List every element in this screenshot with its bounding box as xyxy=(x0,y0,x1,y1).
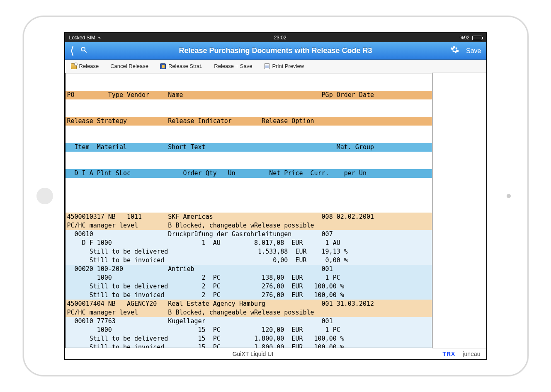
battery-percent: %92 xyxy=(459,35,469,41)
list-row[interactable]: D F 1000 1 AU 8.017,08 EUR 1 AU xyxy=(66,239,432,247)
print-icon xyxy=(264,63,270,69)
list-row[interactable]: Still to be invoiced 2 PC 276,00 EUR 100… xyxy=(66,291,432,300)
list-row[interactable]: Still to be invoiced 0,00 EUR 0,00 % xyxy=(66,256,432,265)
release-strat-button[interactable]: Release Strat. xyxy=(160,63,202,69)
list-row[interactable]: 00020 100-200 Antrieb 001 xyxy=(66,265,432,273)
release-save-button[interactable]: Release + Save xyxy=(214,63,252,69)
device-screen: Locked SIM ⌁ 23:02 %92 ⟨ Release Purchas… xyxy=(64,32,487,360)
unlock-icon xyxy=(71,63,77,69)
strategy-icon xyxy=(160,63,166,69)
cancel-release-button[interactable]: Cancel Release xyxy=(110,63,148,69)
app-name: GuiXT Liquid UI xyxy=(71,351,435,357)
print-preview-label: Print Preview xyxy=(272,63,304,69)
status-bar: Locked SIM ⌁ 23:02 %92 xyxy=(65,33,486,42)
svg-line-1 xyxy=(85,51,87,53)
wifi-icon: ⌁ xyxy=(98,35,101,41)
tablet-frame: Locked SIM ⌁ 23:02 %92 ⟨ Release Purchas… xyxy=(23,16,529,376)
gear-icon[interactable] xyxy=(450,45,459,57)
list-row[interactable]: Still to be delivered 15 PC 1.800,00 EUR… xyxy=(66,334,432,343)
save-button[interactable]: Save xyxy=(466,47,481,55)
host-label: juneau xyxy=(463,351,480,357)
svg-point-0 xyxy=(81,47,85,51)
trx-button[interactable]: TRX xyxy=(442,351,455,357)
footer-bar: GuiXT Liquid UI TRX juneau xyxy=(65,348,486,359)
list-row[interactable]: PC/HC manager level B Blocked, changeabl… xyxy=(66,221,432,230)
list-row[interactable] xyxy=(66,204,432,213)
header-row-3: Item Material Short Text Mat. Group xyxy=(66,143,432,152)
header-row-2: Release Strategy Release Indicator Relea… xyxy=(66,117,432,126)
cancel-release-label: Cancel Release xyxy=(110,63,148,69)
header-row-1: PO Type Vendor Name PGp Order Date xyxy=(66,91,432,99)
list-row[interactable]: 1000 15 PC 120,00 EUR 1 PC xyxy=(66,326,432,334)
list-row[interactable]: Still to be delivered 2 PC 276,00 EUR 10… xyxy=(66,282,432,291)
camera-dot xyxy=(507,194,511,198)
battery-icon xyxy=(472,36,482,40)
print-preview-button[interactable]: Print Preview xyxy=(264,63,304,69)
list-row[interactable]: 1000 2 PC 138,00 EUR 1 PC xyxy=(66,273,432,282)
list-row[interactable]: 00010 Druckprüfung der Gasrohrleitungen … xyxy=(66,230,432,239)
list-row[interactable]: Still to be invoiced 15 PC 1.800,00 EUR … xyxy=(66,343,432,348)
search-icon[interactable] xyxy=(80,46,87,56)
release-list[interactable]: PO Type Vendor Name PGp Order Date Relea… xyxy=(65,73,432,348)
release-strat-label: Release Strat. xyxy=(168,63,202,69)
clock: 23:02 xyxy=(274,35,286,41)
page-title: Release Purchasing Documents with Releas… xyxy=(65,46,486,55)
back-button[interactable]: ⟨ xyxy=(70,44,74,57)
main-content: PO Type Vendor Name PGp Order Date Relea… xyxy=(65,73,486,348)
list-row[interactable]: 4500017404 NB AGENCY20 Real Estate Agenc… xyxy=(66,300,432,308)
home-button[interactable] xyxy=(36,188,53,204)
list-row[interactable]: 4500010317 NB 1011 SKF Americas 008 02.0… xyxy=(66,213,432,221)
release-save-label: Release + Save xyxy=(214,63,252,69)
carrier-label: Locked SIM xyxy=(69,35,95,41)
list-row[interactable]: 00010 77763 Kugellager 001 xyxy=(66,317,432,326)
release-button[interactable]: Release xyxy=(71,63,99,69)
right-gutter xyxy=(432,73,486,348)
list-row[interactable]: PC/HC manager level B Blocked, changeabl… xyxy=(66,308,432,317)
nav-bar: ⟨ Release Purchasing Documents with Rele… xyxy=(65,42,486,60)
release-label: Release xyxy=(79,63,99,69)
header-row-4: D I A Plnt SLoc Order Qty Un Net Price C… xyxy=(66,169,432,178)
list-row[interactable]: Still to be delivered 1.533,88 EUR 19,13… xyxy=(66,247,432,256)
toolbar: Release Cancel Release Release Strat. Re… xyxy=(65,60,486,73)
